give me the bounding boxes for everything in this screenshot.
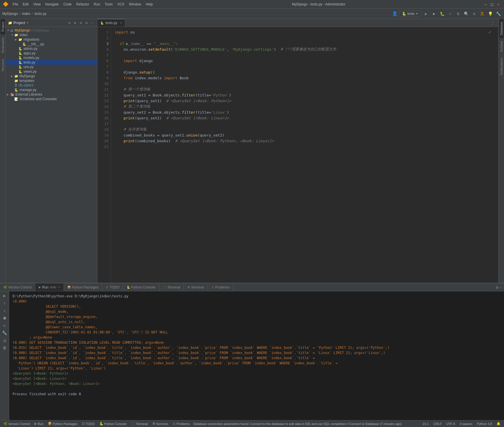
tree-item-mydjango[interactable]: ▶ 📁 MyDjango: [6, 74, 97, 78]
python-version[interactable]: Python 3.8: [476, 422, 493, 426]
tree-item-migrations[interactable]: ▶ 📁 migrations: [6, 37, 97, 42]
panel-close-button[interactable]: —: [90, 20, 95, 25]
ln-19: 19: [97, 132, 111, 138]
menu-run[interactable]: Run: [92, 2, 102, 7]
right-tab-notifications[interactable]: Notifications: [499, 55, 504, 78]
terminal-content[interactable]: D:\Python\Python38\python.exe D:\MyDjang…: [9, 291, 504, 420]
btab-version-control[interactable]: 🌿 Version Control: [0, 283, 35, 291]
run-config-button[interactable]: 🐍 tests ▼: [399, 11, 421, 17]
menu-window[interactable]: Window: [127, 2, 143, 7]
code-line-14: # 第二个查询集: [115, 104, 498, 109]
ts-clear-button[interactable]: 🗑: [1, 345, 8, 351]
cursor-position[interactable]: 21:1: [421, 422, 430, 426]
left-tab-project[interactable]: Project: [1, 19, 5, 34]
btab-terminal[interactable]: ⬛ Terminal: [159, 283, 184, 291]
run-button[interactable]: ▶: [423, 10, 430, 17]
maximize-button[interactable]: □: [489, 1, 495, 7]
bc-project[interactable]: MyDjango: [2, 12, 18, 16]
btab-python-console[interactable]: 🐍 Python Console: [123, 283, 159, 291]
bc-index[interactable]: index: [22, 12, 30, 16]
minimize-button[interactable]: —: [483, 1, 489, 7]
btab-close-icon[interactable]: ×: [58, 286, 60, 289]
close-button[interactable]: ✕: [495, 1, 501, 7]
tree-root[interactable]: ▼ 🗂 MyDjango D:\MyDjango: [6, 28, 97, 33]
status-python-console[interactable]: 🐍 Python Console: [98, 422, 128, 426]
right-tab-sciview[interactable]: SciView: [499, 38, 504, 55]
panel-settings-button[interactable]: ⚙: [84, 20, 89, 25]
right-tab-database[interactable]: Database: [499, 19, 504, 38]
line-separator[interactable]: CRLF: [432, 422, 443, 426]
tree-item-db[interactable]: 🗄 db.sqlite3: [6, 83, 97, 88]
tree-item-views[interactable]: 🐍 views.py: [6, 69, 97, 74]
notifications-icon[interactable]: 🔔: [495, 422, 502, 426]
tree-item-apps[interactable]: 🐍 apps.py: [6, 51, 97, 56]
ts-print-button[interactable]: 🖨: [1, 337, 8, 343]
status-python-packages[interactable]: 📦 Python Packages: [47, 422, 79, 426]
profile-icon[interactable]: 👤: [392, 11, 398, 16]
ts-scroll-up-button[interactable]: ↑: [1, 300, 8, 306]
profile-run-button[interactable]: ◷: [447, 10, 454, 17]
settings-button[interactable]: ⚙: [471, 10, 478, 17]
tree-item-urls[interactable]: 🐍 urls.py: [6, 65, 97, 69]
tree-item-init[interactable]: 🐍 __init__.py: [6, 42, 97, 46]
menu-refactor[interactable]: Refactor: [74, 2, 91, 7]
bottom-minimize-button[interactable]: —: [499, 285, 502, 290]
btab-problems[interactable]: ⚠ Problems: [208, 283, 234, 291]
file-encoding[interactable]: UTF-8: [445, 422, 456, 426]
bottom-settings-button[interactable]: ⚙: [496, 285, 498, 290]
code-content[interactable]: import os ▶ if __name__ == "__main__": o…: [111, 27, 498, 283]
ts-run-button[interactable]: ▶: [1, 292, 8, 299]
pause-button[interactable]: ⏸: [455, 10, 462, 17]
menu-navigate[interactable]: Navigate: [44, 2, 60, 7]
menu-vcs[interactable]: VCS: [115, 2, 126, 7]
indent-settings[interactable]: 4 spaces: [458, 422, 473, 426]
status-services[interactable]: ⚙ Services: [151, 422, 169, 426]
tree-item-templates[interactable]: ▶ 📁 templates: [6, 78, 97, 83]
ts-rerun-button[interactable]: ↻: [1, 322, 8, 329]
term-line-3: SELECT VERSION(),: [13, 304, 501, 309]
bc-file[interactable]: tests.py: [35, 12, 46, 16]
status-todo[interactable]: ☑ TODO: [81, 422, 96, 426]
tree-item-ext-libs[interactable]: ▶ 📚 External Libraries: [6, 92, 97, 97]
lightbulb-button[interactable]: 💡: [487, 10, 494, 17]
btab-services[interactable]: ⚙ Services: [184, 283, 208, 291]
tree-item-index[interactable]: ▼ 📁 index: [6, 33, 97, 37]
status-terminal[interactable]: ⬛ Terminal: [130, 422, 149, 426]
left-tab-bookmarks[interactable]: Bookmarks: [1, 34, 5, 56]
btab-python-packages[interactable]: 📦 Python Packages: [64, 283, 102, 291]
item-label: templates: [19, 79, 34, 83]
debug-button[interactable]: 🐛: [439, 10, 446, 17]
menu-view[interactable]: View: [32, 2, 42, 7]
left-tab-structure[interactable]: Structure: [1, 56, 5, 74]
editor-tab-tests[interactable]: 🐍 tests.py ×: [97, 19, 125, 27]
tree-item-models[interactable]: 🐍 models.py: [6, 56, 97, 60]
btab-run[interactable]: ▶ Run tests ×: [35, 283, 64, 291]
search-button[interactable]: 🔍: [463, 10, 470, 17]
tree-item-tests[interactable]: 🐍 tests.py: [6, 60, 97, 65]
translate-button[interactable]: 文: [479, 10, 486, 17]
ts-scroll-down-button[interactable]: ↓: [1, 307, 8, 314]
collapse-all-button[interactable]: ⊟: [67, 20, 72, 25]
expand-arrow: ▶: [15, 38, 18, 41]
tab-close-button[interactable]: ×: [120, 21, 122, 25]
extra-button[interactable]: 🔧: [495, 10, 502, 17]
btab-todo[interactable]: ☑ TODO: [102, 283, 123, 291]
status-vcs[interactable]: 🌿 Version Control: [2, 422, 31, 426]
menu-help[interactable]: Help: [144, 2, 155, 7]
tab-options-button[interactable]: ⋮: [490, 20, 496, 26]
menu-edit[interactable]: Edit: [21, 2, 30, 7]
tree-item-scratches[interactable]: 📝 Scratches and Consoles: [6, 97, 97, 101]
ts-wrench-button[interactable]: 🔧: [1, 330, 8, 336]
tree-item-admin[interactable]: 🐍 admin.py: [6, 46, 97, 51]
ts-stop-button[interactable]: ⏹: [1, 315, 8, 321]
scroll-center-button[interactable]: ⊕: [78, 20, 83, 25]
menu-file[interactable]: File: [11, 2, 20, 7]
tree-item-manage[interactable]: 🐍 manage.py: [6, 88, 97, 92]
status-problems[interactable]: ⚠ Problems: [172, 422, 191, 426]
expand-all-button[interactable]: ⊞: [72, 20, 78, 25]
project-panel-title: 📁 Project ▼: [8, 21, 29, 25]
status-run[interactable]: ▶ Run: [33, 422, 44, 426]
menu-code[interactable]: Code: [62, 2, 73, 7]
menu-tools[interactable]: Tools: [103, 2, 114, 7]
coverage-button[interactable]: ▶: [431, 10, 438, 17]
